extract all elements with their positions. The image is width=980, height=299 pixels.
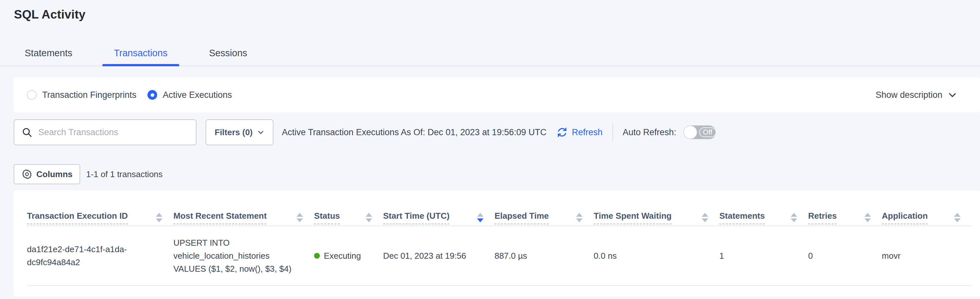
column-header-label[interactable]: Statements — [719, 211, 765, 224]
toggle-state-label: Off — [699, 127, 716, 137]
table-row: da1f21e2-de71-4c1f-a1da-dc9fc94a84a2 UPS… — [27, 226, 972, 286]
cell-application: movr — [882, 226, 972, 286]
results-count: 1-1 of 1 transactions — [86, 169, 163, 179]
as-of-timestamp: Active Transaction Executions As Of: Dec… — [282, 127, 547, 138]
filters-label: Filters (0) — [215, 127, 253, 138]
radio-unselected-icon[interactable] — [27, 90, 37, 100]
toggle-knob-icon — [684, 126, 697, 139]
cell-elapsed-time: 887.0 µs — [495, 226, 593, 286]
column-header-start-time[interactable]: Start Time (UTC) — [383, 190, 495, 226]
transactions-table-card: Transaction Execution ID Most Recent Sta… — [14, 190, 980, 296]
radio-active-executions[interactable]: Active Executions — [148, 90, 232, 100]
columns-label: Columns — [37, 169, 72, 179]
cell-retries: 0 — [808, 226, 882, 286]
sort-icon[interactable] — [861, 213, 871, 222]
sort-icon[interactable] — [362, 213, 372, 222]
sort-icon[interactable] — [572, 213, 582, 222]
radio-label: Transaction Fingerprints — [42, 90, 136, 100]
sort-icon[interactable] — [698, 213, 708, 222]
column-header-application[interactable]: Application — [882, 190, 972, 226]
sql-activity-page: SQL Activity Statements Transactions Ses… — [0, 0, 980, 299]
status-executing-dot-icon — [314, 253, 320, 259]
column-header-most-recent-statement[interactable]: Most Recent Statement — [173, 190, 314, 226]
show-description-label: Show description — [875, 90, 942, 100]
cell-most-recent-statement: UPSERT INTO vehicle_location_histories V… — [173, 226, 314, 286]
radio-transaction-fingerprints[interactable]: Transaction Fingerprints — [27, 90, 136, 100]
page-title: SQL Activity — [0, 0, 980, 22]
column-header-label[interactable]: Application — [882, 211, 928, 224]
table-header-row: Transaction Execution ID Most Recent Sta… — [27, 190, 972, 226]
column-header-label[interactable]: Most Recent Statement — [173, 211, 267, 224]
sort-icon[interactable] — [787, 213, 797, 222]
status-label: Executing — [324, 249, 361, 262]
cell-time-spent-waiting: 0.0 ns — [593, 226, 719, 286]
column-header-statements[interactable]: Statements — [719, 190, 808, 226]
tab-bar: Statements Transactions Sessions — [0, 48, 980, 66]
radio-selected-icon[interactable] — [148, 90, 157, 100]
table-controls: Columns 1-1 of 1 transactions — [14, 164, 980, 184]
cell-statements: 1 — [719, 226, 808, 286]
show-description-button[interactable]: Show description — [875, 90, 957, 100]
sort-icon[interactable] — [950, 213, 961, 222]
filters-button[interactable]: Filters (0) — [205, 119, 274, 145]
sort-icon-active-desc[interactable] — [473, 213, 484, 222]
tab-sessions[interactable]: Sessions — [197, 48, 259, 66]
column-header-label[interactable]: Retries — [808, 211, 837, 224]
view-mode-panel: Transaction Fingerprints Active Executio… — [14, 77, 980, 112]
column-header-time-spent-waiting[interactable]: Time Spent Waiting — [593, 190, 719, 226]
sort-icon[interactable] — [293, 213, 303, 222]
search-icon — [21, 127, 32, 138]
column-header-label[interactable]: Status — [314, 211, 340, 224]
transactions-table: Transaction Execution ID Most Recent Sta… — [27, 190, 972, 286]
sort-icon[interactable] — [152, 213, 162, 222]
toolbar-divider — [612, 123, 613, 141]
auto-refresh-label: Auto Refresh: — [623, 127, 676, 138]
cell-status: Executing — [314, 226, 383, 286]
column-header-elapsed-time[interactable]: Elapsed Time — [495, 190, 593, 226]
radio-label: Active Executions — [163, 90, 232, 100]
refresh-button[interactable]: Refresh — [555, 126, 603, 139]
gear-icon — [21, 169, 32, 180]
column-header-transaction-execution-id[interactable]: Transaction Execution ID — [27, 190, 173, 226]
column-header-label[interactable]: Elapsed Time — [495, 211, 549, 224]
chevron-down-icon — [948, 90, 957, 100]
column-header-label[interactable]: Transaction Execution ID — [27, 211, 128, 224]
tab-transactions[interactable]: Transactions — [102, 48, 179, 66]
refresh-icon — [555, 126, 569, 139]
chevron-down-icon — [257, 129, 264, 136]
column-header-label[interactable]: Time Spent Waiting — [593, 211, 671, 224]
tab-statements[interactable]: Statements — [13, 48, 84, 66]
column-header-label[interactable]: Start Time (UTC) — [383, 211, 450, 224]
column-header-retries[interactable]: Retries — [808, 190, 882, 226]
cell-start-time: Dec 01, 2023 at 19:56 — [383, 226, 495, 286]
auto-refresh-toggle[interactable]: Off — [684, 125, 716, 139]
column-header-status[interactable]: Status — [314, 190, 383, 226]
search-input[interactable] — [38, 127, 189, 138]
columns-button[interactable]: Columns — [14, 164, 80, 184]
toolbar: Filters (0) Active Transaction Execution… — [14, 119, 980, 145]
refresh-label: Refresh — [572, 127, 603, 138]
cell-transaction-execution-id[interactable]: da1f21e2-de71-4c1f-a1da-dc9fc94a84a2 — [27, 226, 173, 286]
search-box[interactable] — [14, 119, 196, 145]
